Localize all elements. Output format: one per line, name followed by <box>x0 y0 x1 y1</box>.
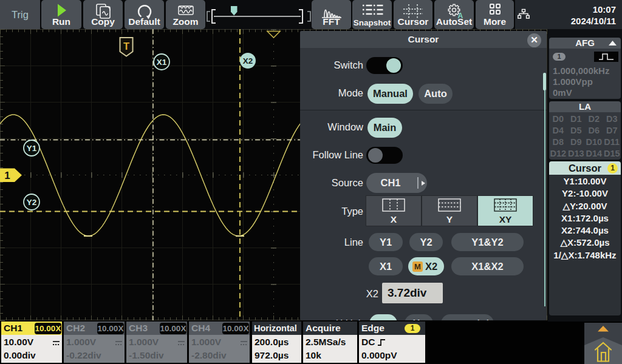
svg-text:Y: Y <box>446 214 453 224</box>
svg-text:XY: XY <box>499 214 512 224</box>
svg-text:Y2: Y2 <box>27 198 37 207</box>
svg-text:1: 1 <box>4 170 10 181</box>
svg-text:X2: X2 <box>243 56 253 66</box>
svg-text:T: T <box>123 41 129 52</box>
svg-text:X1: X1 <box>157 58 167 67</box>
svg-text:Y1: Y1 <box>27 144 37 153</box>
svg-text:X: X <box>391 214 397 224</box>
